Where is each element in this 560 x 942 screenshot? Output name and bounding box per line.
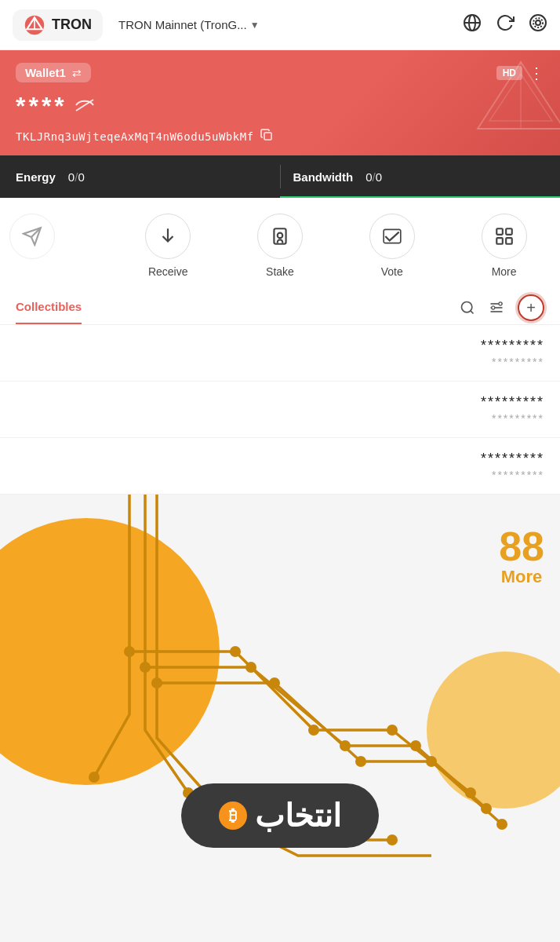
energy-stat: Energy 0/0 [16,170,267,184]
app-header: TRON TRON Mainnet (TronG... ▼ [0,0,560,50]
svg-point-50 [89,772,100,783]
token-value-2: ********* [492,412,544,425]
wallet-switch-icon: ⇄ [72,67,82,79]
svg-point-42 [340,740,351,751]
network-selector[interactable]: TRON Mainnet (TronG... ▼ [118,18,453,31]
token-item[interactable]: ********* ********* [0,438,560,495]
receive-label: Receive [148,265,188,278]
bitcoin-icon: ₿ [219,801,247,830]
vote-label: Vote [381,265,403,278]
svg-point-43 [355,756,366,767]
svg-point-19 [278,233,283,239]
svg-rect-14 [264,133,271,140]
wallet-card-top: Wallet1 ⇄ HD ⋮ [16,63,544,82]
svg-point-40 [269,677,280,688]
svg-point-38 [230,646,241,657]
svg-point-47 [465,787,476,798]
action-more[interactable]: More [473,214,536,278]
stats-bar: Energy 0/0 Bandwidth 0/0 [0,155,560,198]
app-title: TRON [52,16,92,33]
energy-value: 0/0 [68,170,85,184]
wallet-name-label: Wallet1 [25,66,66,79]
more-number: 88 [499,526,544,567]
more-icon-circle [482,214,527,259]
send-icon-circle [9,214,55,259]
illustration-area: 88 More ₿ انتخاب [0,495,560,871]
tab-collectibles[interactable]: Collectibles [16,290,82,324]
arabic-badge-container: ₿ انتخاب [181,783,379,848]
logo-area: TRON [13,9,103,41]
svg-point-25 [462,301,472,312]
token-value-3: ********* [492,469,544,481]
token-balance-3: ********* [481,451,544,467]
svg-point-46 [426,756,437,767]
camera-icon[interactable] [529,13,547,37]
svg-point-45 [410,740,421,751]
receive-icon-circle [145,214,191,259]
svg-point-37 [151,677,162,688]
svg-point-36 [140,662,151,673]
add-icon: + [526,300,536,316]
svg-point-41 [308,725,319,736]
tron-logo-icon [24,14,45,36]
bandwidth-progress-bar [280,196,560,198]
token-balance-1: ********* [481,338,544,354]
header-icons [463,13,547,37]
arabic-text: انتخاب [255,798,341,834]
network-name: TRON Mainnet (TronG... [118,18,247,31]
token-item[interactable]: ********* ********* [0,325,560,382]
filter-button[interactable] [488,300,505,316]
bandwidth-label: Bandwidth [293,170,354,184]
action-receive[interactable]: Receive [136,214,199,278]
action-send[interactable] [1,214,64,259]
copy-address-icon[interactable] [260,129,273,144]
svg-rect-21 [496,228,503,235]
energy-label: Energy [16,170,56,184]
more-text: More [499,567,544,587]
svg-rect-22 [506,228,512,235]
token-values-1: ********* ********* [481,338,544,368]
svg-rect-24 [506,238,512,244]
arabic-badge: ₿ انتخاب [181,783,379,848]
more-count-overlay: 88 More [499,526,544,587]
network-chevron-icon: ▼ [250,20,260,31]
svg-point-54 [387,834,398,845]
toggle-visibility-icon[interactable] [75,97,94,115]
bandwidth-stat: Bandwidth 0/0 [293,170,545,184]
tron-decoration [474,58,560,148]
token-item[interactable]: ********* ********* [0,382,560,438]
svg-point-7 [536,20,540,25]
more-label: More [492,265,517,278]
action-vote[interactable]: Vote [361,214,424,278]
refresh-icon[interactable] [496,13,515,37]
token-values-2: ********* ********* [481,394,544,425]
svg-point-39 [245,662,256,673]
svg-point-35 [124,646,135,657]
wallet-balance: **** [16,92,544,121]
token-list: ********* ********* ********* ********* … [0,325,560,495]
vote-icon-circle [369,214,415,259]
search-button[interactable] [460,300,475,316]
svg-point-44 [387,725,398,736]
svg-point-30 [499,301,502,305]
bandwidth-value: 0/0 [365,170,382,184]
svg-point-48 [481,803,492,814]
token-values-3: ********* ********* [481,451,544,481]
wallet-card: Wallet1 ⇄ HD ⋮ **** TKLJRnq3uWjteqeAxMqT… [0,50,560,155]
actions-area: Receive Stake Vote [0,198,560,290]
svg-rect-18 [274,228,285,244]
tabs-row: Collectibles + [0,290,560,325]
add-token-button[interactable]: + [518,294,544,321]
globe-icon[interactable] [463,13,482,37]
token-balance-2: ********* [481,394,544,411]
stake-icon-circle [257,214,303,259]
token-value-1: ********* [492,356,544,368]
wallet-name-area[interactable]: Wallet1 ⇄ [16,63,91,82]
stake-label: Stake [266,265,294,278]
svg-point-8 [533,18,543,27]
tab-actions: + [460,290,544,324]
action-stake[interactable]: Stake [249,214,311,278]
wallet-address-row: TKLJRnq3uWjteqeAxMqT4nW6odu5uWbkMf [16,129,544,144]
svg-rect-23 [496,238,503,244]
balance-masked: **** [16,92,67,121]
